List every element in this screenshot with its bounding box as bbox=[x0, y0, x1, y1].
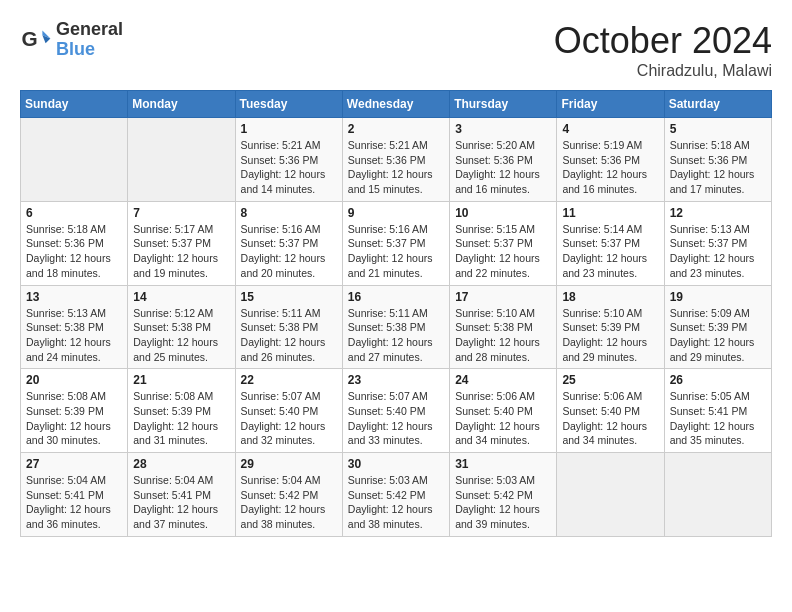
calendar-cell: 8Sunrise: 5:16 AM Sunset: 5:37 PM Daylig… bbox=[235, 201, 342, 285]
day-number: 30 bbox=[348, 457, 444, 471]
day-number: 27 bbox=[26, 457, 122, 471]
day-info: Sunrise: 5:04 AM Sunset: 5:41 PM Dayligh… bbox=[133, 473, 229, 532]
day-info: Sunrise: 5:11 AM Sunset: 5:38 PM Dayligh… bbox=[348, 306, 444, 365]
day-number: 16 bbox=[348, 290, 444, 304]
calendar-cell: 17Sunrise: 5:10 AM Sunset: 5:38 PM Dayli… bbox=[450, 285, 557, 369]
calendar-cell: 27Sunrise: 5:04 AM Sunset: 5:41 PM Dayli… bbox=[21, 453, 128, 537]
calendar-header: SundayMondayTuesdayWednesdayThursdayFrid… bbox=[21, 91, 772, 118]
logo-text: General Blue bbox=[56, 20, 123, 60]
calendar-cell: 16Sunrise: 5:11 AM Sunset: 5:38 PM Dayli… bbox=[342, 285, 449, 369]
day-number: 13 bbox=[26, 290, 122, 304]
calendar-week-row: 13Sunrise: 5:13 AM Sunset: 5:38 PM Dayli… bbox=[21, 285, 772, 369]
day-info: Sunrise: 5:06 AM Sunset: 5:40 PM Dayligh… bbox=[455, 389, 551, 448]
day-number: 12 bbox=[670, 206, 766, 220]
day-info: Sunrise: 5:18 AM Sunset: 5:36 PM Dayligh… bbox=[26, 222, 122, 281]
day-info: Sunrise: 5:16 AM Sunset: 5:37 PM Dayligh… bbox=[348, 222, 444, 281]
calendar-cell bbox=[128, 118, 235, 202]
calendar-cell: 5Sunrise: 5:18 AM Sunset: 5:36 PM Daylig… bbox=[664, 118, 771, 202]
weekday-header: Wednesday bbox=[342, 91, 449, 118]
calendar-cell: 12Sunrise: 5:13 AM Sunset: 5:37 PM Dayli… bbox=[664, 201, 771, 285]
logo: G General Blue bbox=[20, 20, 123, 60]
calendar-cell: 11Sunrise: 5:14 AM Sunset: 5:37 PM Dayli… bbox=[557, 201, 664, 285]
day-number: 1 bbox=[241, 122, 337, 136]
calendar-cell: 25Sunrise: 5:06 AM Sunset: 5:40 PM Dayli… bbox=[557, 369, 664, 453]
day-number: 9 bbox=[348, 206, 444, 220]
day-info: Sunrise: 5:07 AM Sunset: 5:40 PM Dayligh… bbox=[348, 389, 444, 448]
day-info: Sunrise: 5:03 AM Sunset: 5:42 PM Dayligh… bbox=[348, 473, 444, 532]
calendar-cell: 1Sunrise: 5:21 AM Sunset: 5:36 PM Daylig… bbox=[235, 118, 342, 202]
weekday-header: Thursday bbox=[450, 91, 557, 118]
weekday-header: Tuesday bbox=[235, 91, 342, 118]
day-info: Sunrise: 5:17 AM Sunset: 5:37 PM Dayligh… bbox=[133, 222, 229, 281]
day-info: Sunrise: 5:14 AM Sunset: 5:37 PM Dayligh… bbox=[562, 222, 658, 281]
calendar-cell: 2Sunrise: 5:21 AM Sunset: 5:36 PM Daylig… bbox=[342, 118, 449, 202]
day-number: 21 bbox=[133, 373, 229, 387]
calendar-cell bbox=[557, 453, 664, 537]
day-number: 20 bbox=[26, 373, 122, 387]
calendar-cell: 23Sunrise: 5:07 AM Sunset: 5:40 PM Dayli… bbox=[342, 369, 449, 453]
day-number: 19 bbox=[670, 290, 766, 304]
day-number: 23 bbox=[348, 373, 444, 387]
weekday-header: Saturday bbox=[664, 91, 771, 118]
calendar-cell: 14Sunrise: 5:12 AM Sunset: 5:38 PM Dayli… bbox=[128, 285, 235, 369]
day-number: 26 bbox=[670, 373, 766, 387]
day-number: 31 bbox=[455, 457, 551, 471]
calendar-cell: 26Sunrise: 5:05 AM Sunset: 5:41 PM Dayli… bbox=[664, 369, 771, 453]
day-info: Sunrise: 5:12 AM Sunset: 5:38 PM Dayligh… bbox=[133, 306, 229, 365]
day-info: Sunrise: 5:13 AM Sunset: 5:37 PM Dayligh… bbox=[670, 222, 766, 281]
day-number: 29 bbox=[241, 457, 337, 471]
day-info: Sunrise: 5:04 AM Sunset: 5:42 PM Dayligh… bbox=[241, 473, 337, 532]
calendar-cell: 30Sunrise: 5:03 AM Sunset: 5:42 PM Dayli… bbox=[342, 453, 449, 537]
day-number: 28 bbox=[133, 457, 229, 471]
calendar-cell: 3Sunrise: 5:20 AM Sunset: 5:36 PM Daylig… bbox=[450, 118, 557, 202]
day-info: Sunrise: 5:03 AM Sunset: 5:42 PM Dayligh… bbox=[455, 473, 551, 532]
day-number: 10 bbox=[455, 206, 551, 220]
calendar-cell: 18Sunrise: 5:10 AM Sunset: 5:39 PM Dayli… bbox=[557, 285, 664, 369]
calendar-body: 1Sunrise: 5:21 AM Sunset: 5:36 PM Daylig… bbox=[21, 118, 772, 537]
calendar-title: October 2024 bbox=[554, 20, 772, 62]
day-number: 17 bbox=[455, 290, 551, 304]
calendar-cell: 20Sunrise: 5:08 AM Sunset: 5:39 PM Dayli… bbox=[21, 369, 128, 453]
day-info: Sunrise: 5:13 AM Sunset: 5:38 PM Dayligh… bbox=[26, 306, 122, 365]
calendar-cell: 6Sunrise: 5:18 AM Sunset: 5:36 PM Daylig… bbox=[21, 201, 128, 285]
day-info: Sunrise: 5:07 AM Sunset: 5:40 PM Dayligh… bbox=[241, 389, 337, 448]
calendar-cell: 15Sunrise: 5:11 AM Sunset: 5:38 PM Dayli… bbox=[235, 285, 342, 369]
day-number: 5 bbox=[670, 122, 766, 136]
day-number: 2 bbox=[348, 122, 444, 136]
calendar-week-row: 6Sunrise: 5:18 AM Sunset: 5:36 PM Daylig… bbox=[21, 201, 772, 285]
day-info: Sunrise: 5:06 AM Sunset: 5:40 PM Dayligh… bbox=[562, 389, 658, 448]
day-info: Sunrise: 5:08 AM Sunset: 5:39 PM Dayligh… bbox=[133, 389, 229, 448]
day-number: 11 bbox=[562, 206, 658, 220]
calendar-cell: 13Sunrise: 5:13 AM Sunset: 5:38 PM Dayli… bbox=[21, 285, 128, 369]
day-info: Sunrise: 5:10 AM Sunset: 5:38 PM Dayligh… bbox=[455, 306, 551, 365]
day-number: 6 bbox=[26, 206, 122, 220]
day-info: Sunrise: 5:18 AM Sunset: 5:36 PM Dayligh… bbox=[670, 138, 766, 197]
weekday-header: Monday bbox=[128, 91, 235, 118]
day-number: 8 bbox=[241, 206, 337, 220]
title-block: October 2024 Chiradzulu, Malawi bbox=[554, 20, 772, 80]
calendar-cell bbox=[664, 453, 771, 537]
calendar-cell: 24Sunrise: 5:06 AM Sunset: 5:40 PM Dayli… bbox=[450, 369, 557, 453]
calendar-cell: 19Sunrise: 5:09 AM Sunset: 5:39 PM Dayli… bbox=[664, 285, 771, 369]
day-info: Sunrise: 5:21 AM Sunset: 5:36 PM Dayligh… bbox=[348, 138, 444, 197]
weekday-header: Friday bbox=[557, 91, 664, 118]
day-info: Sunrise: 5:04 AM Sunset: 5:41 PM Dayligh… bbox=[26, 473, 122, 532]
calendar-week-row: 1Sunrise: 5:21 AM Sunset: 5:36 PM Daylig… bbox=[21, 118, 772, 202]
logo-icon: G bbox=[20, 24, 52, 56]
day-number: 7 bbox=[133, 206, 229, 220]
calendar-cell: 28Sunrise: 5:04 AM Sunset: 5:41 PM Dayli… bbox=[128, 453, 235, 537]
logo-line1: General bbox=[56, 20, 123, 40]
day-info: Sunrise: 5:20 AM Sunset: 5:36 PM Dayligh… bbox=[455, 138, 551, 197]
day-info: Sunrise: 5:16 AM Sunset: 5:37 PM Dayligh… bbox=[241, 222, 337, 281]
calendar-cell: 21Sunrise: 5:08 AM Sunset: 5:39 PM Dayli… bbox=[128, 369, 235, 453]
day-info: Sunrise: 5:15 AM Sunset: 5:37 PM Dayligh… bbox=[455, 222, 551, 281]
calendar-cell: 9Sunrise: 5:16 AM Sunset: 5:37 PM Daylig… bbox=[342, 201, 449, 285]
calendar-cell: 29Sunrise: 5:04 AM Sunset: 5:42 PM Dayli… bbox=[235, 453, 342, 537]
calendar-cell: 22Sunrise: 5:07 AM Sunset: 5:40 PM Dayli… bbox=[235, 369, 342, 453]
calendar-table: SundayMondayTuesdayWednesdayThursdayFrid… bbox=[20, 90, 772, 537]
logo-line2: Blue bbox=[56, 40, 123, 60]
day-number: 24 bbox=[455, 373, 551, 387]
day-info: Sunrise: 5:09 AM Sunset: 5:39 PM Dayligh… bbox=[670, 306, 766, 365]
day-number: 15 bbox=[241, 290, 337, 304]
day-number: 18 bbox=[562, 290, 658, 304]
